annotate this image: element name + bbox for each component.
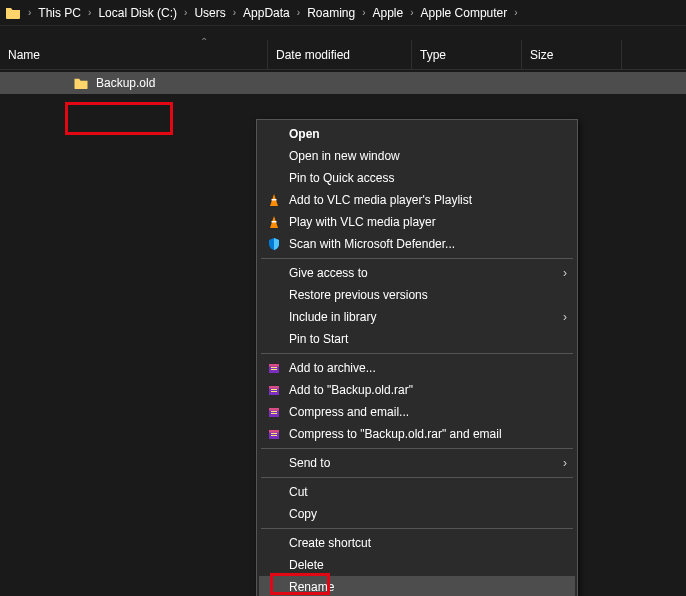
svg-rect-9: [269, 386, 279, 389]
column-header-name[interactable]: Name: [0, 40, 268, 69]
blank-icon: [263, 534, 285, 552]
svg-rect-19: [271, 435, 277, 436]
menu-label: Copy: [289, 507, 567, 521]
svg-rect-7: [271, 369, 277, 370]
svg-rect-14: [271, 411, 277, 412]
menu-label: Open: [289, 127, 567, 141]
menu-label: Compress to "Backup.old.rar" and email: [289, 427, 567, 441]
menu-pin-quick-access[interactable]: Pin to Quick access: [259, 167, 575, 189]
menu-copy[interactable]: Copy: [259, 503, 575, 525]
menu-compress-rar-email[interactable]: Compress to "Backup.old.rar" and email: [259, 423, 575, 445]
menu-add-archive[interactable]: Add to archive...: [259, 357, 575, 379]
menu-rename[interactable]: Rename: [259, 576, 575, 596]
blank-icon: [263, 169, 285, 187]
menu-label: Pin to Start: [289, 332, 567, 346]
blank-icon: [263, 147, 285, 165]
breadcrumb-item[interactable]: AppData: [238, 4, 295, 22]
breadcrumb-item[interactable]: Apple: [368, 4, 409, 22]
menu-open-new-window[interactable]: Open in new window: [259, 145, 575, 167]
svg-rect-13: [269, 408, 279, 411]
chevron-right-icon: ›: [26, 7, 33, 18]
chevron-right-icon: ›: [563, 310, 567, 324]
menu-label: Include in library: [289, 310, 563, 324]
menu-delete[interactable]: Delete: [259, 554, 575, 576]
winrar-icon: [263, 381, 285, 399]
menu-cut[interactable]: Cut: [259, 481, 575, 503]
blank-icon: [263, 125, 285, 143]
svg-rect-18: [271, 433, 277, 434]
shield-icon: [263, 235, 285, 253]
menu-include-library[interactable]: Include in library ›: [259, 306, 575, 328]
annotation-highlight: [65, 102, 173, 135]
svg-rect-11: [271, 391, 277, 392]
blank-icon: [263, 483, 285, 501]
column-header-size[interactable]: Size: [522, 40, 622, 69]
menu-label: Cut: [289, 485, 567, 499]
svg-rect-17: [269, 430, 279, 433]
chevron-right-icon: ›: [563, 456, 567, 470]
menu-label: Delete: [289, 558, 567, 572]
blank-icon: [263, 286, 285, 304]
blank-icon: [263, 556, 285, 574]
menu-separator: [261, 353, 573, 354]
menu-defender-scan[interactable]: Scan with Microsoft Defender...: [259, 233, 575, 255]
menu-send-to[interactable]: Send to ›: [259, 452, 575, 474]
breadcrumb-item[interactable]: Users: [189, 4, 230, 22]
menu-separator: [261, 258, 573, 259]
breadcrumb-item[interactable]: Roaming: [302, 4, 360, 22]
blank-icon: [263, 330, 285, 348]
menu-open[interactable]: Open: [259, 123, 575, 145]
chevron-right-icon: ›: [182, 7, 189, 18]
vlc-icon: [263, 213, 285, 231]
menu-label: Restore previous versions: [289, 288, 567, 302]
svg-rect-1: [272, 199, 277, 201]
menu-vlc-playlist[interactable]: Add to VLC media player's Playlist: [259, 189, 575, 211]
chevron-right-icon: ›: [563, 266, 567, 280]
column-header-type[interactable]: Type: [412, 40, 522, 69]
winrar-icon: [263, 359, 285, 377]
breadcrumb[interactable]: › This PC › Local Disk (C:) › Users › Ap…: [0, 0, 686, 26]
menu-create-shortcut[interactable]: Create shortcut: [259, 532, 575, 554]
svg-rect-10: [271, 389, 277, 390]
chevron-right-icon: ›: [360, 7, 367, 18]
chevron-right-icon: ›: [231, 7, 238, 18]
breadcrumb-item[interactable]: Apple Computer: [416, 4, 513, 22]
menu-label: Add to archive...: [289, 361, 567, 375]
menu-label: Scan with Microsoft Defender...: [289, 237, 567, 251]
menu-label: Open in new window: [289, 149, 567, 163]
chevron-right-icon: ›: [86, 7, 93, 18]
menu-separator: [261, 448, 573, 449]
menu-label: Add to "Backup.old.rar": [289, 383, 567, 397]
blank-icon: [263, 264, 285, 282]
menu-label: Send to: [289, 456, 563, 470]
winrar-icon: [263, 403, 285, 421]
chevron-right-icon: ›: [295, 7, 302, 18]
chevron-right-icon: ›: [408, 7, 415, 18]
menu-add-rar[interactable]: Add to "Backup.old.rar": [259, 379, 575, 401]
file-row[interactable]: Backup.old: [0, 72, 686, 94]
menu-label: Compress and email...: [289, 405, 567, 419]
vlc-icon: [263, 191, 285, 209]
menu-give-access[interactable]: Give access to ›: [259, 262, 575, 284]
menu-pin-start[interactable]: Pin to Start: [259, 328, 575, 350]
menu-label: Add to VLC media player's Playlist: [289, 193, 567, 207]
blank-icon: [263, 578, 285, 596]
menu-label: Rename: [289, 580, 567, 594]
menu-separator: [261, 477, 573, 478]
menu-vlc-play[interactable]: Play with VLC media player: [259, 211, 575, 233]
menu-compress-email[interactable]: Compress and email...: [259, 401, 575, 423]
menu-restore-previous[interactable]: Restore previous versions: [259, 284, 575, 306]
svg-rect-6: [271, 367, 277, 368]
folder-icon: [4, 4, 22, 22]
svg-rect-3: [272, 221, 277, 223]
menu-separator: [261, 528, 573, 529]
blank-icon: [263, 308, 285, 326]
menu-label: Give access to: [289, 266, 563, 280]
menu-label: Create shortcut: [289, 536, 567, 550]
column-header-date[interactable]: Date modified: [268, 40, 412, 69]
breadcrumb-item[interactable]: Local Disk (C:): [93, 4, 182, 22]
menu-label: Play with VLC media player: [289, 215, 567, 229]
column-headers: Name Date modified Type Size: [0, 40, 686, 70]
breadcrumb-item[interactable]: This PC: [33, 4, 86, 22]
folder-icon: [72, 77, 90, 90]
